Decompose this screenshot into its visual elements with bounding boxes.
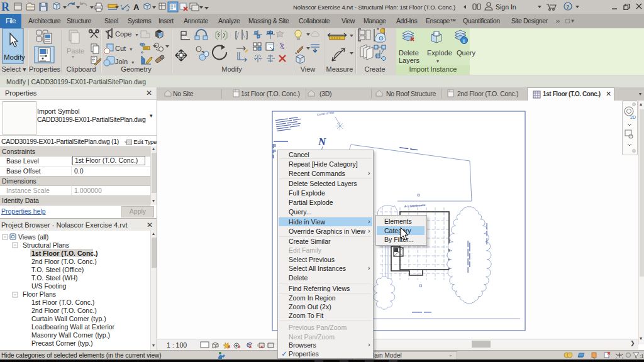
svg-text:x: x <box>228 344 231 349</box>
svg-text::1: :1 <box>640 353 643 359</box>
svg-text:x: x <box>238 344 241 349</box>
svg-text:2D: 2D <box>630 115 636 119</box>
svg-text:R: R <box>1 1 10 13</box>
svg-text:N: N <box>318 136 326 148</box>
svg-text:?: ? <box>566 4 570 10</box>
svg-text:x: x <box>249 344 252 349</box>
svg-text:x: x <box>260 344 264 349</box>
svg-text:A: A <box>133 3 140 12</box>
svg-text:Modify: Modify <box>4 53 25 61</box>
